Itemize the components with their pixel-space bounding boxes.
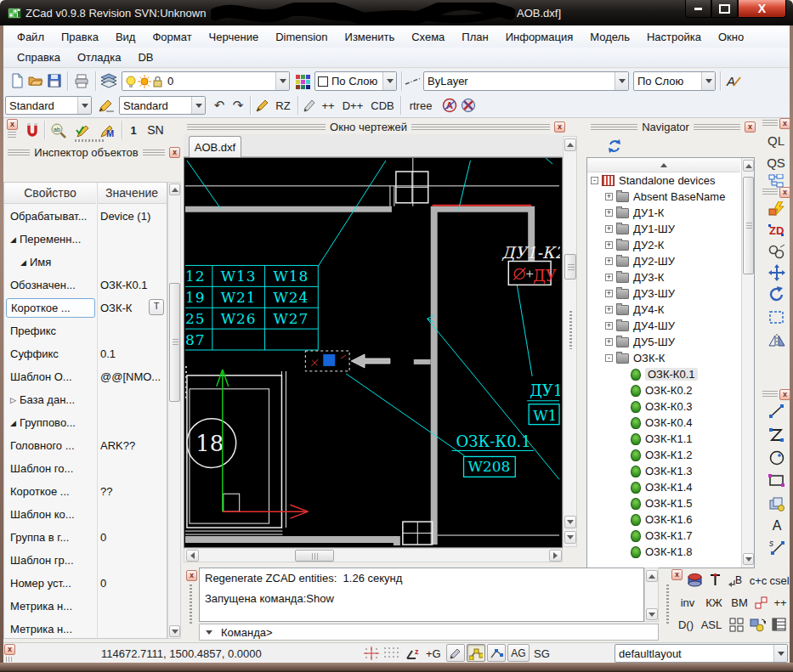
new-file-button[interactable] [8,72,25,89]
inv-button[interactable]: inv [677,595,699,610]
expand-box[interactable]: + [605,338,613,346]
title-bar[interactable]: ZCad v0.9.8 Revision SVN:Unknown AOB.dxf… [0,0,793,25]
maximize-button[interactable] [711,0,738,18]
console-grip[interactable] [190,584,192,624]
tree-item[interactable]: ОЗК-К1.8 [587,544,740,560]
tree-item[interactable]: ОЗК-К1.3 [587,463,740,479]
menu-item-Dimension[interactable]: Dimension [267,28,336,46]
expand-box[interactable]: + [605,322,613,330]
scroll-down-button[interactable] [169,625,180,637]
collapse-box[interactable]: - [605,354,613,362]
minimize-button[interactable] [685,0,711,18]
toolbar-grip[interactable] [762,120,778,126]
mirror-button[interactable] [766,331,788,350]
scroll-up-button[interactable] [646,570,658,582]
menu-item-Схема[interactable]: Схема [403,28,453,46]
color-palette-button[interactable] [294,73,311,90]
expand-box[interactable]: + [605,209,613,217]
lineweight-combo-dropdown[interactable] [701,72,715,90]
menu-item-Файл[interactable]: Файл [8,28,53,46]
copy-button[interactable] [766,494,788,513]
polar-snap-toggle[interactable] [467,644,485,662]
tree-item[interactable]: +ДУ3-К [587,269,740,285]
text-style-button[interactable]: A [724,72,743,89]
layer-combo-dropdown[interactable] [275,72,289,90]
menu-item-План[interactable]: План [453,28,496,46]
color-bylayer-combo[interactable]: По Слою [314,71,397,91]
edit-m-button[interactable]: M [97,121,117,139]
ucs-button[interactable]: z [403,646,423,661]
tab-aob-dxf[interactable]: AOB.dxf [189,136,241,157]
inspector-row[interactable]: Метрика н... [4,618,167,639]
grid-display-button[interactable] [382,646,399,661]
edit-check-button[interactable] [73,121,93,139]
draw-text-button[interactable]: A [766,517,788,535]
menu-item-Черчение[interactable]: Черчение [201,28,268,46]
console-output[interactable]: Regenerate ZCAD entities: 1.26 секундЗап… [199,568,644,622]
scrollbar-thumb[interactable] [295,550,334,562]
inspector-scrollbar[interactable] [167,182,181,639]
inspector-row[interactable]: Суффикс0.1 [4,342,167,365]
dplusplus-button[interactable]: D++ [339,97,366,114]
draw-line-button[interactable] [766,402,788,421]
d0-button[interactable]: D() [675,617,697,632]
draw-rectangle-button[interactable] [766,472,788,490]
draw-polyline-button[interactable] [766,426,788,444]
find-text-button[interactable]: ab [48,121,69,139]
inspector-row[interactable]: Короткое ...?? [4,480,167,503]
autosnap-a-button[interactable]: A [441,97,458,114]
panel-grip[interactable] [75,139,105,142]
ag-toggle[interactable]: AG [507,644,530,662]
menu-item-Справка[interactable]: Справка [8,48,69,66]
toolbar-grip[interactable] [762,189,778,195]
open-file-button[interactable] [27,72,44,89]
sg-toggle[interactable]: SG [534,647,550,660]
inspector-row[interactable]: Метрика н... [4,595,167,618]
toolbar-close-button[interactable] [779,118,790,129]
tree-item[interactable]: ОЗК-К0.3 [587,398,740,415]
scrollbar-grip[interactable] [569,311,572,349]
draft-pencil-toggle[interactable] [446,644,465,662]
collapsed-arrow-icon[interactable]: ▷ [10,396,16,404]
move-button[interactable] [766,263,788,282]
layout-combo[interactable]: defaultlayout [615,644,788,663]
menu-item-Окно[interactable]: Окно [710,28,752,46]
shapes-button[interactable] [748,616,767,633]
vm-button[interactable]: ВМ [728,595,751,610]
inspector-row[interactable]: Шаблон ко... [4,503,167,526]
tree-item[interactable]: ОЗК-К1.7 [587,528,740,544]
text-edit-button[interactable]: T [149,299,164,315]
menu-item-Отладка[interactable]: Отладка [69,48,129,66]
expand-box[interactable]: + [605,257,613,265]
dim-style-combo[interactable]: Standard [5,96,92,115]
layout-combo-dropdown[interactable] [773,645,787,662]
link-button[interactable] [766,242,788,261]
rotate-button[interactable] [766,285,788,303]
text-style-dropdown[interactable] [191,97,205,114]
print-button[interactable] [72,72,91,89]
scroll-down-button[interactable] [646,608,658,620]
inspector-row[interactable]: Обозначен...ОЗК-К0.1 [4,274,167,296]
selected-block[interactable] [305,351,349,371]
expand-box[interactable]: + [605,225,613,233]
inspector-row[interactable]: ◢Имя [4,251,167,274]
statusbar-grip[interactable] [6,657,12,662]
toolbar-close-button[interactable] [671,569,683,580]
column-header-property[interactable]: Свойство [4,183,96,204]
rtree-button[interactable]: rtree [404,97,438,114]
menu-item-DB[interactable]: DB [129,48,161,66]
scroll-up-button[interactable] [169,184,180,195]
scroll-down-button[interactable] [743,553,754,565]
tree-item[interactable]: +ДУ4-К [587,302,740,318]
quick-change-button[interactable] [766,200,788,218]
tree-item[interactable]: ОЗК-К1.4 [587,479,740,495]
zd-button[interactable]: ZD [766,221,788,240]
inspector-row[interactable]: Головного ...ARK?? [4,434,167,457]
tree-item[interactable]: +ДУ2-ШУ [587,253,740,269]
object-snap-toggle[interactable] [487,644,506,662]
drawing-window-header[interactable]: Окно чертежей [183,119,566,134]
undo-button[interactable]: ↶ [211,97,228,114]
asl-button[interactable]: ASL [699,617,724,632]
menu-item-Настройка[interactable]: Настройка [638,28,710,46]
scrollbar-thumb[interactable] [169,283,180,402]
